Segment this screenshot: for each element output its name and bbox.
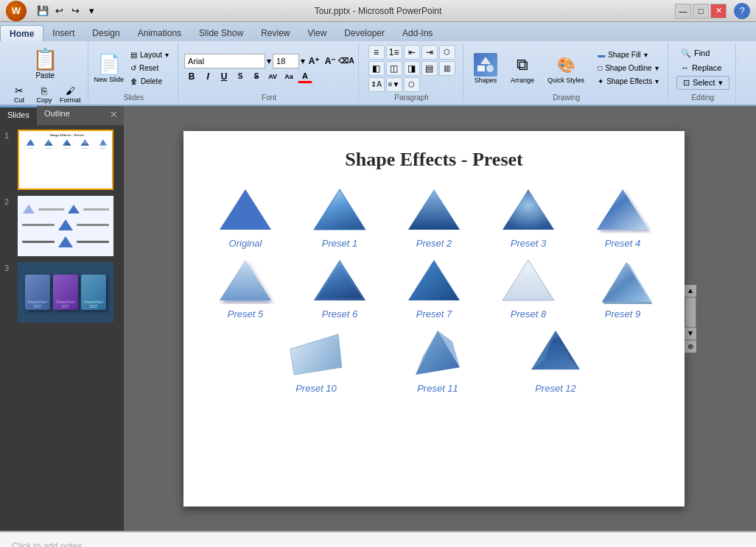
scroll-track[interactable] bbox=[685, 297, 696, 328]
editing-group: 🔍Find ↔Replace ⊡Select▾ Editing bbox=[670, 43, 736, 103]
paste-button[interactable]: 📋 Paste bbox=[29, 44, 61, 82]
tab-slideshow[interactable]: Slide Show bbox=[190, 25, 252, 41]
text-direction-btn[interactable]: ⇕A bbox=[368, 77, 385, 92]
tab-animations[interactable]: Animations bbox=[129, 25, 190, 41]
quick-access-toolbar: 💾 ↩ ↪ ▾ bbox=[35, 4, 99, 18]
editing-group-content: 🔍Find ↔Replace ⊡Select▾ bbox=[676, 44, 729, 92]
slide-thumb-2[interactable]: 2 bbox=[4, 196, 119, 256]
font-size-box[interactable]: 18 bbox=[273, 54, 299, 68]
scroll-down-btn[interactable]: ▼ bbox=[685, 328, 696, 339]
bullets-btn[interactable]: ≡ bbox=[368, 45, 385, 60]
tab-design[interactable]: Design bbox=[83, 25, 128, 41]
smartart-btn[interactable]: ⬡ bbox=[439, 45, 455, 60]
title-bar-left: W 💾 ↩ ↪ ▾ bbox=[6, 1, 99, 21]
undo-qa-btn[interactable]: ↩ bbox=[52, 4, 66, 18]
maximize-btn[interactable]: □ bbox=[693, 4, 709, 18]
tab-developer[interactable]: Developer bbox=[335, 25, 393, 41]
drawing-group-content: Shapes ⧉ Arrange 🎨 Quick Styles ▬Shape F… bbox=[469, 44, 663, 92]
copy-button[interactable]: ⎘ Copy bbox=[32, 84, 56, 105]
font-name-expand[interactable]: ▾ bbox=[267, 56, 271, 66]
align-text-btn[interactable]: ≡▼ bbox=[386, 77, 402, 92]
slides-tab[interactable]: Slides bbox=[0, 106, 37, 125]
help-btn[interactable]: ? bbox=[734, 3, 750, 19]
shape-label-preset7: Preset 7 bbox=[416, 308, 452, 320]
scroll-up-btn[interactable]: ▲ bbox=[685, 285, 696, 297]
numbering-btn[interactable]: 1≡ bbox=[386, 45, 402, 60]
svg-marker-11 bbox=[58, 236, 73, 247]
notes-area[interactable]: Click to add notes bbox=[0, 531, 756, 547]
pan-btn[interactable]: ⊕ bbox=[685, 341, 696, 353]
font-decrease-btn[interactable]: A⁻ bbox=[323, 54, 337, 68]
customize-qa-btn[interactable]: ▾ bbox=[84, 4, 99, 18]
minimize-btn[interactable]: — bbox=[675, 4, 691, 18]
redo-qa-btn[interactable]: ↪ bbox=[68, 4, 83, 18]
slide-preview-3[interactable]: PowerPoint2007 PowerPoint2007 PowerPoint… bbox=[18, 262, 113, 322]
decrease-indent-btn[interactable]: ⇤ bbox=[404, 45, 420, 60]
slide-thumb-3[interactable]: 3 PowerPoint2007 PowerPoint2007 PowerPoi… bbox=[4, 262, 119, 322]
main-area: Slides Outline ✕ 1 Shape Effects - Prese… bbox=[0, 106, 756, 531]
shapes-button[interactable]: Shapes bbox=[469, 52, 502, 85]
clear-format-btn[interactable]: ⌫A bbox=[339, 54, 354, 68]
shape-effects-button[interactable]: ✦Shape Effects▾ bbox=[593, 76, 663, 87]
align-left-btn[interactable]: ◧ bbox=[368, 61, 385, 76]
select-button[interactable]: ⊡Select▾ bbox=[676, 76, 729, 90]
replace-button[interactable]: ↔Replace bbox=[676, 62, 729, 74]
font-color-btn[interactable]: A bbox=[298, 70, 312, 83]
scroll-thumb[interactable] bbox=[685, 297, 696, 327]
font-increase-btn[interactable]: A⁺ bbox=[307, 54, 321, 68]
format-painter-button[interactable]: 🖌 Format bbox=[57, 84, 83, 105]
shape-fill-button[interactable]: ▬Shape Fill▾ bbox=[593, 49, 663, 60]
slide-preview-1[interactable]: Shape Effects - Preset Original Preset 1 bbox=[18, 130, 113, 190]
increase-indent-btn[interactable]: ⇥ bbox=[421, 45, 438, 60]
close-btn[interactable]: ✕ bbox=[710, 4, 727, 18]
save-qa-btn[interactable]: 💾 bbox=[35, 4, 50, 18]
svg-marker-14 bbox=[408, 189, 460, 230]
tab-addins[interactable]: Add-Ins bbox=[393, 25, 441, 41]
tab-insert[interactable]: Insert bbox=[43, 25, 83, 41]
new-slide-button[interactable]: 📄 New Slide bbox=[94, 53, 125, 83]
tab-home[interactable]: Home bbox=[0, 25, 43, 41]
quick-styles-button[interactable]: 🎨 Quick Styles bbox=[543, 52, 589, 85]
drawing-label: Drawing bbox=[553, 92, 580, 102]
slide-num-1: 1 bbox=[4, 130, 13, 140]
slide-preview-2[interactable] bbox=[18, 196, 113, 256]
window-title: Tour.pptx - Microsoft PowerPoint bbox=[315, 6, 442, 16]
col-btn[interactable]: ▥ bbox=[439, 61, 455, 76]
cut-button[interactable]: ✂ Cut bbox=[7, 84, 31, 105]
drawing-group: Shapes ⧉ Arrange 🎨 Quick Styles ▬Shape F… bbox=[465, 43, 668, 103]
tab-view[interactable]: View bbox=[299, 25, 336, 41]
outline-tab[interactable]: Outline bbox=[37, 106, 77, 125]
align-right-btn[interactable]: ◨ bbox=[404, 61, 420, 76]
convert-smartart-btn[interactable]: ⬡ bbox=[404, 77, 420, 92]
justify-btn[interactable]: ▤ bbox=[421, 61, 438, 76]
svg-marker-2 bbox=[480, 57, 491, 64]
font-name-box[interactable]: Arial bbox=[184, 54, 265, 68]
shape-label-preset3: Preset 3 bbox=[511, 238, 546, 249]
find-button[interactable]: 🔍Find bbox=[676, 47, 729, 60]
layout-button[interactable]: ▤Layout▾ bbox=[126, 49, 173, 60]
svg-marker-25 bbox=[602, 302, 652, 304]
italic-btn[interactable]: I bbox=[200, 70, 215, 83]
font-size-expand[interactable]: ▾ bbox=[301, 56, 305, 66]
shape-preset4: Preset 4 bbox=[593, 186, 652, 249]
align-center-btn[interactable]: ◫ bbox=[386, 61, 402, 76]
strikethrough-btn[interactable]: S bbox=[249, 70, 264, 83]
shape-label-preset10: Preset 10 bbox=[295, 383, 337, 394]
vertical-scrollbar[interactable]: ▲ ▼ ⊕ bbox=[685, 285, 696, 353]
delete-button[interactable]: 🗑Delete bbox=[126, 76, 173, 87]
arrange-button[interactable]: ⧉ Arrange bbox=[506, 52, 539, 85]
shape-outline-button[interactable]: □Shape Outline▾ bbox=[593, 63, 663, 74]
tab-review[interactable]: Review bbox=[252, 25, 298, 41]
shadow-btn[interactable]: S bbox=[233, 70, 248, 83]
clipboard-group: 📋 Paste ✂ Cut ⎘ Copy 🖌 bbox=[3, 43, 88, 103]
underline-btn[interactable]: U bbox=[217, 70, 231, 83]
case-btn[interactable]: Aa bbox=[281, 70, 296, 83]
slide-num-2: 2 bbox=[4, 196, 13, 206]
reset-button[interactable]: ↺Reset bbox=[126, 63, 173, 74]
char-spacing-btn[interactable]: AV bbox=[265, 70, 280, 83]
office-logo[interactable]: W bbox=[6, 1, 27, 21]
panel-close-btn[interactable]: ✕ bbox=[104, 106, 124, 125]
bold-btn[interactable]: B bbox=[184, 70, 199, 83]
slides-label: Slides bbox=[124, 92, 144, 102]
slide-thumb-1[interactable]: 1 Shape Effects - Preset Original bbox=[4, 130, 119, 190]
